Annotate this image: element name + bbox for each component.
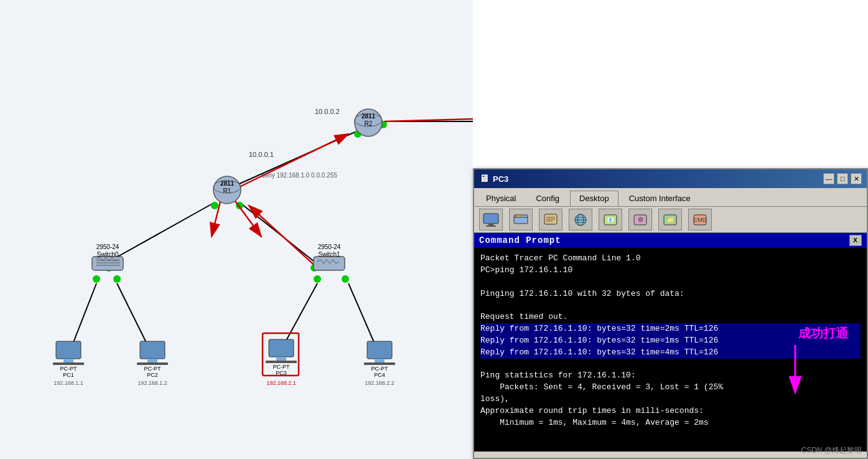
cmd-line-stats-3: Approximate round trip times in milli-se… — [480, 406, 704, 415]
svg-rect-65 — [276, 357, 286, 361]
dialog-title-bar: 🖥 PC3 — □ ✕ — [474, 169, 867, 188]
cmd-title-bar: Command Prompt X — [474, 233, 867, 248]
svg-point-14 — [314, 275, 321, 283]
maximize-button[interactable]: □ — [837, 173, 848, 184]
desktop-icon-8[interactable]: CMD — [688, 209, 712, 230]
cmd-title-text: Command Prompt — [479, 235, 561, 245]
cmd-line-3: Pinging 172.16.1.10 with 32 bytes of dat… — [480, 289, 684, 298]
cmd-line-4: Request timed out. — [480, 312, 567, 321]
desktop-icon-6[interactable]: ⚙ — [628, 209, 652, 230]
svg-point-100 — [520, 215, 522, 217]
watermark: CSDN @烽起黎明 — [801, 445, 862, 456]
svg-text:192.168.1.1: 192.168.1.1 — [54, 380, 83, 386]
svg-rect-51 — [56, 341, 81, 359]
command-prompt-container: Command Prompt X Packet Tracer PC Comman… — [474, 233, 867, 452]
title-bar-buttons: — □ ✕ — [823, 173, 862, 184]
tab-config[interactable]: Config — [526, 191, 569, 206]
cmd-reply-2: Reply from 172.16.1.10: bytes=32 time=1m… — [480, 335, 861, 347]
svg-text:PC1: PC1 — [63, 372, 74, 378]
svg-rect-45 — [314, 257, 345, 270]
desktop-icon-7[interactable]: 📁 — [658, 209, 682, 230]
svg-text:2950-24: 2950-24 — [96, 244, 119, 250]
dialog-title-text: PC3 — [493, 174, 508, 184]
svg-rect-72 — [364, 362, 395, 365]
svg-point-99 — [518, 215, 520, 217]
svg-text:📧: 📧 — [607, 215, 615, 224]
svg-text:📁: 📁 — [666, 215, 674, 224]
svg-text:192.168.1.2: 192.168.1.2 — [138, 380, 167, 386]
topology-svg: 2811 R1 2811 R2 2950-24 Switch0 2950-24 … — [0, 0, 473, 459]
svg-text:PC3: PC3 — [276, 370, 287, 376]
svg-text:192.168.2.2: 192.168.2.2 — [365, 380, 394, 386]
svg-text:PC4: PC4 — [374, 372, 385, 378]
title-bar-left: 🖥 PC3 — [479, 173, 508, 184]
cmd-content[interactable]: Packet Tracer PC Command Line 1.0 PC>pin… — [474, 248, 867, 449]
svg-point-98 — [515, 215, 517, 217]
cmd-reply-3: Reply from 172.16.1.10: bytes=32 time=4m… — [480, 347, 861, 359]
cmd-line-stats-4: Minimum = 1ms, Maximum = 4ms, Average = … — [480, 418, 709, 427]
dialog-title-icon: 🖥 — [479, 173, 489, 184]
svg-rect-70 — [367, 341, 392, 359]
svg-point-15 — [342, 275, 349, 283]
svg-text:CMD: CMD — [694, 217, 707, 223]
svg-text:PC-PT: PC-PT — [60, 366, 78, 372]
svg-text:deny 192.168.1.0 0.0.0.255: deny 192.168.1.0 0.0.0.255 — [261, 172, 337, 179]
svg-rect-94 — [488, 224, 493, 225]
topology-canvas: 2811 R1 2811 R2 2950-24 Switch0 2950-24 … — [0, 0, 473, 459]
svg-rect-52 — [63, 359, 73, 362]
desktop-icon-3[interactable] — [539, 209, 562, 230]
svg-rect-59 — [137, 362, 168, 365]
pc3-dialog: 🖥 PC3 — □ ✕ Physical Config Desktop Cust… — [473, 168, 868, 459]
icon-row: 📧 ⚙ 📁 CMD — [474, 207, 867, 233]
desktop-icon-4[interactable] — [569, 209, 592, 230]
svg-rect-66 — [266, 361, 297, 363]
svg-line-25 — [240, 134, 348, 187]
svg-rect-95 — [486, 225, 496, 227]
svg-line-30 — [249, 206, 319, 269]
svg-text:⚙: ⚙ — [638, 216, 643, 223]
cmd-line-2: PC>ping 172.16.1.10 — [480, 265, 572, 275]
cmd-line-1: Packet Tracer PC Command Line 1.0 — [480, 253, 640, 263]
svg-text:Switch1: Switch1 — [318, 251, 340, 258]
close-button[interactable]: ✕ — [851, 173, 862, 184]
cmd-line-stats-header: Ping statistics for 172.16.1.10: — [480, 371, 636, 380]
svg-text:10.0.0.2: 10.0.0.2 — [315, 108, 340, 115]
svg-text:PC-PT: PC-PT — [371, 366, 389, 372]
svg-rect-64 — [269, 339, 294, 357]
svg-text:PC-PT: PC-PT — [144, 366, 162, 372]
svg-rect-93 — [483, 214, 498, 224]
tab-desktop[interactable]: Desktop — [570, 191, 618, 206]
svg-point-10 — [113, 275, 121, 283]
svg-text:2950-24: 2950-24 — [318, 244, 341, 250]
svg-line-2 — [109, 202, 215, 262]
tab-custom[interactable]: Custom Interface — [620, 191, 700, 206]
svg-rect-57 — [140, 341, 165, 359]
svg-text:PC2: PC2 — [147, 372, 158, 378]
desktop-icon-1[interactable] — [479, 209, 503, 230]
svg-text:10.0.0.1: 10.0.0.1 — [249, 151, 274, 158]
minimize-button[interactable]: — — [823, 173, 834, 184]
svg-rect-71 — [375, 359, 385, 362]
svg-text:PC-PT: PC-PT — [273, 364, 291, 370]
svg-text:192.168.2.1: 192.168.2.1 — [266, 380, 296, 386]
svg-point-13 — [211, 202, 218, 209]
tab-bar: Physical Config Desktop Custom Interface — [474, 188, 867, 207]
svg-rect-53 — [53, 362, 84, 365]
tab-physical[interactable]: Physical — [477, 191, 525, 206]
cmd-line-stats-2: loss), — [480, 394, 510, 404]
svg-point-11 — [93, 275, 100, 283]
cmd-reply-1: Reply from 172.16.1.10: bytes=32 time=2m… — [480, 323, 861, 335]
svg-rect-58 — [147, 359, 157, 362]
cmd-line-stats-1: Packets: Sent = 4, Received = 3, Lost = … — [480, 382, 723, 392]
desktop-icon-5[interactable]: 📧 — [599, 209, 622, 230]
svg-text:Switch0: Switch0 — [96, 251, 118, 258]
desktop-icon-2[interactable] — [509, 209, 533, 230]
cmd-close-button[interactable]: X — [849, 235, 862, 246]
